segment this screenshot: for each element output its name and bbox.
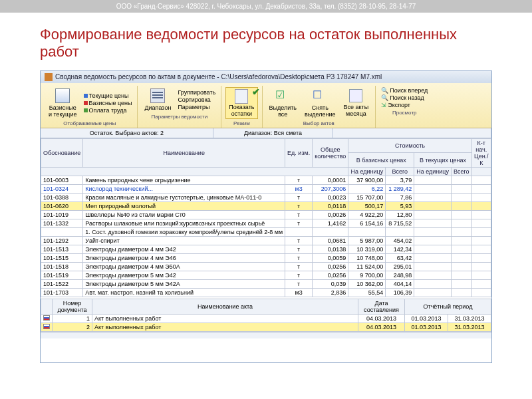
- table-row[interactable]: 101-1513Электроды диаметром 4 мм Э42т0,0…: [41, 245, 491, 253]
- item-base-prices[interactable]: Базисные цены: [82, 100, 134, 106]
- bullet-blue-icon: [84, 94, 88, 98]
- item-search-back[interactable]: 🔍Поиск назад: [380, 94, 429, 101]
- col-base-group[interactable]: В базисных ценах: [348, 153, 414, 168]
- item-params[interactable]: Параметры: [176, 104, 217, 110]
- export-icon: ⇲: [381, 102, 386, 108]
- calendar-icon: [349, 89, 362, 102]
- checklist-icon: ☑: [275, 88, 290, 103]
- item-current-prices[interactable]: Текущие цены: [82, 92, 134, 99]
- col-cur-total[interactable]: Всего: [451, 167, 471, 176]
- btn-show-remainder[interactable]: ✔ Показать остатки: [225, 87, 257, 119]
- table-row[interactable]: 101-1519Электроды диаметром 5 мм Э42т0,0…: [41, 271, 491, 279]
- item-labor-pay[interactable]: Оплата труда: [82, 107, 134, 114]
- ribbon-group-mode: ✔ Показать остатки Режим: [221, 86, 262, 128]
- act-row[interactable]: 2Акт выполненных работ04.03.201301.03.20…: [41, 323, 491, 331]
- group-label-mode: Режим: [233, 119, 250, 128]
- table-row[interactable]: 101-0620Мел природный молотыйт0,0118500,…: [41, 201, 491, 210]
- app-icon: [45, 73, 53, 81]
- btn-base-current[interactable]: Базисные и текущие: [46, 87, 80, 119]
- window-title: Сводная ведомость ресурсов по актам в до…: [55, 73, 382, 80]
- resources-thead: Обоснование Наименование Ед. изм. Общее …: [41, 138, 491, 176]
- item-export[interactable]: ⇲Экспорт: [380, 102, 429, 108]
- table-row[interactable]: 101-0003Камень природных чене огрыдизени…: [41, 176, 491, 184]
- item-search-fwd[interactable]: 🔍Поиск вперед: [380, 87, 429, 94]
- flag-icon: [43, 324, 50, 329]
- ribbon-group-selectacts: ☑ Выделить все ☐ Снять выделение Все акт…: [263, 86, 376, 128]
- col-cur-unit[interactable]: На единицу: [414, 167, 452, 176]
- col-unit[interactable]: Ед. изм.: [285, 138, 313, 167]
- table-row[interactable]: 1. Сост. духовной гомезии хораковку комп…: [41, 227, 491, 236]
- ribbon-group-params: Диапазон Группировать Сортировка Парамет…: [138, 86, 221, 128]
- search-fwd-icon: 🔍: [381, 87, 388, 94]
- col-cur-group[interactable]: В текущих ценах: [414, 153, 471, 168]
- bullet-red-icon: [84, 101, 88, 105]
- app-window: Сводная ведомость ресурсов по актам в до…: [40, 70, 492, 363]
- acts-col-name[interactable]: Наименование акта: [92, 299, 358, 314]
- sheet-icon: [55, 88, 70, 103]
- col-name[interactable]: Наименование: [83, 138, 285, 167]
- btn-range-label: Диапазон: [144, 104, 171, 111]
- col-qty[interactable]: Общее количество: [313, 138, 348, 167]
- window-titlebar: Сводная ведомость ресурсов по актам в до…: [41, 71, 491, 83]
- col-cost-group[interactable]: Стоимость: [348, 138, 471, 153]
- btn-all-month-acts[interactable]: Все акты месяца: [341, 88, 372, 118]
- acts-col-period[interactable]: Отчётный период: [405, 299, 491, 314]
- col-base-total[interactable]: Всего: [386, 167, 414, 176]
- uncheck-icon: ☐: [313, 88, 327, 103]
- range-icon: [150, 88, 165, 103]
- ribbon-group-prices: Базисные и текущие Текущие цены Базисные…: [42, 86, 138, 128]
- btn-show-remainder-label: Показать остатки: [229, 104, 254, 117]
- sub-range: Диапазон: Вся смета: [213, 128, 333, 138]
- col-base-unit[interactable]: На единицу: [348, 167, 386, 176]
- resources-tbody: 101-0003Камень природных чене огрыдизени…: [41, 176, 491, 297]
- group-label-view: Просмотр: [392, 108, 417, 117]
- table-row[interactable]: 101-1703Авт. мат. настроп. назний та хол…: [41, 288, 491, 297]
- ribbon: Базисные и текущие Текущие цены Базисные…: [41, 83, 491, 128]
- col-code[interactable]: Обоснование: [41, 138, 83, 167]
- subheader: Остаток. Выбрано актов: 2 Диапазон: Вся …: [41, 128, 491, 138]
- item-sort[interactable]: Сортировка: [176, 96, 217, 103]
- table-row[interactable]: 101-0324Кислород технический...м3207,300…: [41, 184, 491, 193]
- acts-table[interactable]: Номер документа Наименование акта Дата с…: [41, 299, 491, 332]
- table-row[interactable]: 101-1292Уайт-спиритт0,06815 987,00454,02: [41, 236, 491, 245]
- company-header: ООО «Гранд-Сервис» 428022, г. Чебоксары,…: [0, 0, 532, 13]
- acts-tbody: 1Акт выполненных работ04.03.201301.03.20…: [41, 314, 491, 331]
- flag-icon: [43, 315, 50, 321]
- table-row[interactable]: 101-1522Электроды диаметром 5 мм Э42Ат0,…: [41, 279, 491, 288]
- bullet-green-icon: [84, 108, 88, 112]
- table-row[interactable]: 101-1518Электроды диаметром 4 мм Э50Ат0,…: [41, 262, 491, 271]
- doc-icon: [235, 89, 248, 104]
- slide-title: Формирование ведомости ресурсов на остат…: [0, 13, 532, 70]
- check-icon: ✔: [252, 86, 260, 97]
- acts-col-num[interactable]: Номер документа: [53, 299, 92, 314]
- group-label-params: Параметры ведомости: [152, 112, 208, 121]
- table-row[interactable]: 101-1019Швеллеры №40 из стали марки Ст0т…: [41, 210, 491, 219]
- btn-base-current-label: Базисные и текущие: [49, 104, 77, 118]
- acts-col-date[interactable]: Дата составления: [358, 299, 405, 314]
- col-coef[interactable]: К-т нач. Цен./К: [471, 138, 491, 167]
- table-row[interactable]: 101-1515Электроды диаметром 4 мм Э46т0,0…: [41, 253, 491, 262]
- search-back-icon: 🔍: [381, 94, 388, 101]
- btn-select-all[interactable]: ☑ Выделить все: [267, 87, 300, 119]
- sub-spacer: [333, 128, 491, 138]
- sub-selected-acts: Остаток. Выбрано актов: 2: [41, 128, 213, 138]
- group-label-prices: Отображаемые цены: [63, 119, 116, 128]
- btn-clear-selection[interactable]: ☐ Снять выделение: [302, 87, 338, 119]
- table-row[interactable]: 101-1332Растворы шлаковые или позиций:ку…: [41, 219, 491, 227]
- ribbon-group-view: 🔍Поиск вперед 🔍Поиск назад ⇲Экспорт Прос…: [376, 86, 433, 128]
- table-row[interactable]: 101-0388Краски масляные и алкидные густо…: [41, 193, 491, 201]
- act-row[interactable]: 1Акт выполненных работ04.03.201301.03.20…: [41, 314, 491, 323]
- resources-table[interactable]: Обоснование Наименование Ед. изм. Общее …: [41, 138, 491, 297]
- status-strip: [41, 332, 491, 338]
- group-label-selectacts: Выбор актов: [303, 119, 334, 128]
- item-group[interactable]: Группировать: [176, 89, 217, 96]
- btn-range[interactable]: Диапазон: [142, 87, 174, 112]
